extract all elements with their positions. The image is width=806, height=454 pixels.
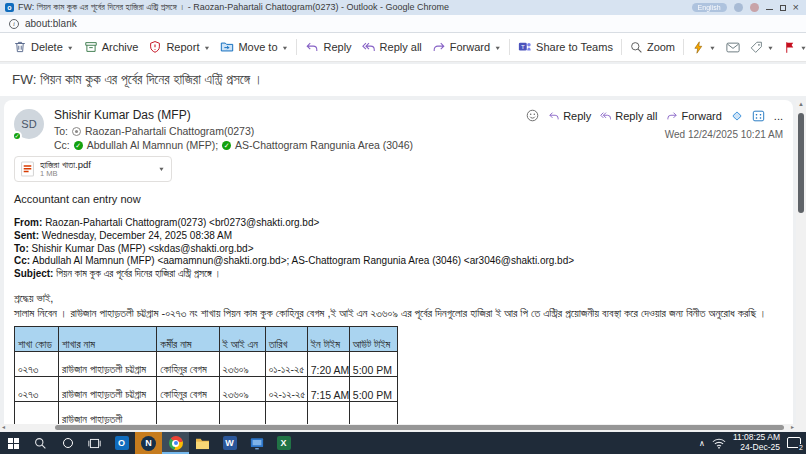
scroll-right-arrow-icon[interactable]: ▸ (791, 424, 794, 431)
loop-diamond-icon[interactable] (731, 110, 743, 122)
verified-check-icon: ✓ (222, 141, 231, 150)
folder-move-icon (220, 40, 234, 54)
taskbar-excel-button[interactable]: X (270, 432, 297, 454)
close-icon[interactable]: × (793, 3, 799, 12)
cc-label: Cc: (54, 139, 70, 151)
taskbar-clock[interactable]: 11:08:25 AM 24-Dec-25 (733, 433, 780, 453)
horizontal-scroll-thumb[interactable] (55, 425, 784, 430)
pdf-file-icon (21, 161, 34, 177)
window-controls: English × (692, 3, 801, 12)
body-note: Accountant can entry now (14, 193, 783, 205)
avatar[interactable]: SD ✓ (14, 109, 44, 139)
excel-icon: X (277, 436, 291, 450)
reactions-smiley-icon[interactable] (526, 109, 539, 122)
report-button[interactable]: Report▼ (143, 37, 215, 57)
categorize-button[interactable]: ▼ (745, 38, 779, 57)
url-bar: i about:blank (0, 15, 806, 33)
verified-check-icon: ✓ (74, 141, 83, 150)
svg-text:T: T (521, 43, 525, 50)
page-info-icon[interactable]: i (9, 19, 19, 29)
monitor-app-icon (250, 437, 264, 450)
taskbar-word-button[interactable]: W (216, 432, 243, 454)
reply-all-button[interactable]: Reply all (357, 37, 427, 57)
body-greeting: শ্রদ্ধেয় ভাই, (14, 292, 783, 305)
flag-button[interactable]: ▼ (779, 38, 806, 57)
cortana-button[interactable] (54, 432, 81, 454)
table-row: ০২৭৩ রাউজান পাহাড়তলী চট্টগ্রাম কোহিনুর … (15, 351, 398, 376)
attachment-chip[interactable]: হাজিরা খাতা.pdf 1 MB ▼ (14, 156, 172, 182)
reply-icon (548, 110, 560, 122)
reply-button[interactable]: Reply (548, 110, 591, 122)
more-actions-icon[interactable]: ... (774, 110, 783, 122)
scroll-left-arrow-icon[interactable]: ◂ (2, 424, 5, 431)
envelope-icon (726, 41, 740, 54)
forward-icon (432, 40, 446, 54)
forward-button[interactable]: Forward (666, 110, 721, 122)
start-button[interactable] (0, 432, 27, 454)
reply-all-icon (600, 110, 612, 122)
notification-center-button[interactable]: 2 (787, 437, 801, 450)
delete-button[interactable]: Delete▼ (8, 37, 79, 57)
horizontal-scrollbar[interactable]: ◂ ▸ (0, 424, 806, 431)
to-recipient[interactable]: Raozan-Pahartali Chattogram(0273) (85, 125, 254, 137)
cell-branch-code: ০২৭৩ (15, 351, 59, 376)
cc-recipient[interactable]: Abdullah Al Mamnun (MFP); (87, 139, 218, 151)
cell-employee-name: কোহিনুর বেগম (157, 376, 219, 401)
quoted-sent-line: Sent: Wednesday, December 24, 2025 08:38… (14, 230, 783, 243)
taskbar-outlook-button[interactable]: O (108, 432, 135, 454)
tag-icon (750, 41, 763, 54)
taskbar-file-explorer-button[interactable] (189, 432, 216, 454)
read-unread-button[interactable] (721, 38, 745, 57)
maximize-icon[interactable] (780, 5, 786, 11)
cell-branch-code (15, 401, 59, 424)
cell-in-time: 7:15 AM (307, 376, 349, 401)
attachment-dropdown-icon[interactable]: ▼ (158, 166, 165, 172)
cell-out-time: 5:00 PM (349, 351, 397, 376)
taskbar-monitor-app-button[interactable] (243, 432, 270, 454)
apps-grid-icon[interactable] (752, 110, 765, 122)
cell-branch-name: রাউজান পাহাড়তলী (59, 401, 157, 424)
flag-icon (784, 41, 796, 54)
vertical-scrollbar[interactable]: ▲ (796, 100, 806, 424)
profile-avatar-icon[interactable] (750, 3, 759, 12)
cell-branch-name: রাউজান পাহাড়তলী চট্টগ্রাম (59, 351, 157, 376)
hidden-icons-chevron-icon[interactable]: ∧ (699, 439, 705, 448)
notification-count-badge: 2 (798, 444, 804, 452)
forward-button[interactable]: Forward▼ (427, 37, 506, 57)
archive-button[interactable]: Archive (79, 37, 144, 57)
word-icon: W (223, 436, 237, 450)
trash-icon (13, 40, 27, 54)
taskbar-chrome-button[interactable] (162, 432, 189, 454)
language-pill[interactable]: English (692, 3, 727, 12)
windows-logo-icon (8, 438, 19, 449)
body-paragraph: সালাম নিবেন । রাউজান পাহাড়তলী চট্টগ্রাম… (14, 306, 783, 320)
scroll-up-arrow-icon[interactable]: ▲ (798, 101, 804, 107)
taskbar-nikash-button[interactable]: N (135, 432, 162, 454)
share-to-teams-button[interactable]: T Share to Teams (513, 37, 618, 57)
wifi-icon[interactable] (712, 438, 726, 449)
cc-recipient[interactable]: AS-Chattogram Rangunia Area (3046) (235, 139, 413, 151)
cell-out-time (349, 401, 397, 424)
attachment-size: 1 MB (40, 170, 152, 178)
cell-employee-name: কোহিনুর বেগম (157, 351, 219, 376)
taskbar-search-button[interactable] (27, 432, 54, 454)
cc-row: Cc: ✓ Abdullah Al Mamnun (MFP); ✓ AS-Cha… (54, 139, 783, 151)
reply-icon (305, 40, 319, 54)
task-view-button[interactable] (81, 432, 108, 454)
quoted-headers: From: Raozan-Pahartali Chattogram(0273) … (14, 217, 783, 281)
url-text[interactable]: about:blank (25, 18, 77, 29)
chevron-down-icon: ▼ (67, 44, 74, 50)
vertical-scroll-thumb[interactable] (798, 113, 804, 213)
quick-steps-button[interactable]: ▼ (687, 38, 721, 57)
reply-all-button[interactable]: Reply all (600, 110, 657, 122)
reply-button[interactable]: Reply (300, 37, 356, 57)
move-to-button[interactable]: Move to▼ (215, 37, 293, 57)
table-row: রাউজান পাহাড়তলী (15, 401, 398, 424)
nikash-icon: N (141, 436, 156, 451)
zoom-button[interactable]: Zoom (625, 38, 680, 57)
mail-toolbar: Delete▼ Archive Report▼ Move to▼ Reply R… (0, 33, 806, 62)
message-timestamp: Wed 12/24/2025 10:21 AM (665, 129, 783, 140)
minimize-icon[interactable] (766, 5, 773, 10)
extension-icon[interactable] (734, 3, 743, 12)
message-card: SD ✓ Shishir Kumar Das (MFP) To: Raozan-… (4, 100, 793, 424)
